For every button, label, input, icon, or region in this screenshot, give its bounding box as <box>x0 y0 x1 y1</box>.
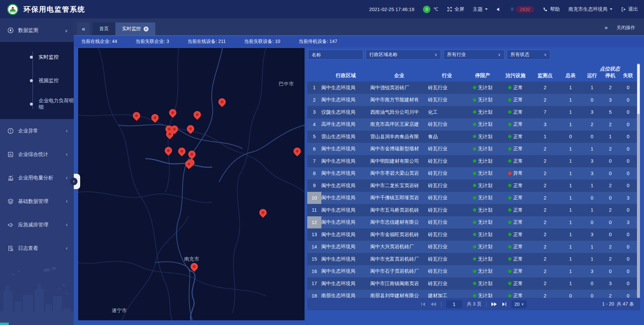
sidebar-item-log-view[interactable]: 日志查看 <box>0 236 74 260</box>
name-filter[interactable] <box>308 50 363 60</box>
table-row[interactable]: 17 阆中生态环境局 阆中市江南镇阆南页岩 砖瓦行业 无计划 正常 2 1 0 … <box>307 277 640 290</box>
first-page-button[interactable] <box>421 302 426 307</box>
next-page-button[interactable] <box>491 302 497 307</box>
status-filter-select[interactable]: 所有状态 <box>507 50 550 60</box>
table-row[interactable]: 13 阆中生态环境局 阆中市金福旺页岩机砖 砖瓦行业 无计划 正常 2 1 3 … <box>307 228 640 241</box>
horizontal-scrollbar-thumb[interactable] <box>0 323 9 325</box>
row-run-cell: 0 <box>583 134 601 139</box>
table-row[interactable]: 11 阆中生态环境局 阆中市五马桥页岩机砖 砖瓦行业 无计划 正常 2 1 1 … <box>307 204 640 216</box>
sidebar-item-emergency-reduction[interactable]: 应急减排管理 <box>0 213 74 236</box>
divider <box>441 302 441 307</box>
top-header: 环保用电监管系统 2021-02-25 17:46:18 0 ℃ 全屏 主题 2… <box>0 0 644 18</box>
map-canvas[interactable]: 巴中市南充市遂宁市 <box>78 48 305 320</box>
status-dot-icon <box>508 98 512 102</box>
sidebar-item-base-data[interactable]: 基础数据管理 <box>0 189 74 213</box>
gauge-drop-icon <box>7 27 14 34</box>
row-industry-cell: 砖瓦行业 <box>428 167 466 180</box>
col-group-point-status: 点位状态 运行 停机 失联 <box>583 64 637 82</box>
table-row[interactable]: 6 阆中生态环境局 阆中市金博瑞新型墙材 砖瓦行业 无计划 正常 2 1 1 2… <box>307 143 640 155</box>
row-facility-cell: 正常 <box>499 118 532 131</box>
row-run-cell: 3 <box>583 109 601 115</box>
sidebar-collapse-handle[interactable] <box>74 174 80 189</box>
status-dot-icon <box>508 110 512 114</box>
page-number-input[interactable] <box>446 300 462 308</box>
industry-filter-select[interactable]: 所有行业 <box>443 50 504 60</box>
row-facility-cell: 正常 <box>499 216 532 229</box>
table-row[interactable]: 9 阆中生态环境局 阆中市二龙长宝页岩砖 砖瓦行业 无计划 正常 2 1 1 2… <box>307 179 640 192</box>
row-region-cell: 阆中生态环境局 <box>321 265 370 278</box>
page-size-select[interactable]: 20 <box>512 300 527 308</box>
table-row[interactable]: 15 阆中生态环境局 阆中市光富页岩机砖厂 砖瓦行业 无计划 正常 2 1 1 … <box>307 253 640 265</box>
user-org-dropdown[interactable]: 南充市生态环境局 <box>569 6 612 12</box>
row-lost-cell: 0 <box>619 158 637 164</box>
table-row[interactable]: 7 阆中生态环境局 阆中明阳建材有限公司 砖瓦行业 无计划 正常 2 1 3 0… <box>307 155 640 167</box>
theme-dropdown[interactable]: 主题 <box>473 6 488 12</box>
tabs-scroll-left-button[interactable] <box>77 22 90 35</box>
status-dot-icon <box>508 294 512 297</box>
row-lost-cell: 3 <box>619 220 637 225</box>
table-row[interactable]: 8 阆中生态环境局 阆中市枣碧大梁山页岩 砖瓦行业 无计划 异常 2 1 3 0… <box>307 167 640 180</box>
status-dot-icon <box>508 172 512 175</box>
row-run-cell: 3 <box>583 171 601 176</box>
panel-bottom-filler <box>307 310 640 320</box>
sidebar-item-data-monitor[interactable]: 数据监测 <box>0 18 74 42</box>
tab-realtime-monitor[interactable]: 实时监控 <box>115 22 155 35</box>
table-scrollbar-thumb[interactable] <box>637 64 640 114</box>
row-stop-cell: 无计划 <box>466 216 499 229</box>
row-facility-cell: 异常 <box>499 167 532 180</box>
close-operations-button[interactable]: 关闭操作 <box>616 25 635 31</box>
row-number-cell: 15 <box>307 253 321 265</box>
tabs-scroll-right-button[interactable] <box>604 24 608 31</box>
tab-home[interactable]: 首页 <box>93 22 115 35</box>
row-facility-cell: 正常 <box>499 253 532 265</box>
sidebar-item-power-load-detail[interactable]: 企业电力负荷明细 <box>0 92 74 116</box>
table-row[interactable]: 2 阆中生态环境局 阆中市南方节能建材有 砖瓦行业 无计划 正常 2 1 0 3… <box>307 94 640 106</box>
sidebar-item-realtime-monitor[interactable]: 实时监控 <box>0 45 74 69</box>
help-button[interactable]: 帮助 <box>543 6 560 12</box>
chevron-down-icon <box>610 8 612 10</box>
sidebar-item-company-abnormal[interactable]: 企业异常 <box>0 119 74 143</box>
row-industry-cell: 砖瓦行业 <box>428 192 466 204</box>
row-stop-cell: 无计划 <box>466 106 499 118</box>
row-run-cell: 1 <box>583 85 601 90</box>
row-number-cell: 6 <box>307 143 321 155</box>
region-filter-select[interactable]: 行政区域名称 <box>366 50 441 60</box>
notifications[interactable]: 2632 <box>510 6 534 13</box>
row-stopped-cell: 2 <box>601 256 619 262</box>
close-icon[interactable] <box>144 26 149 32</box>
row-stopped-cell: 2 <box>601 207 619 213</box>
table-row[interactable]: 14 阆中生态环境局 阆中大兴页岩机砖厂 砖瓦行业 无计划 正常 2 1 1 2… <box>307 241 640 253</box>
table-row[interactable]: 5 营山生态环境局 营山县润丰肉食品有限 食品 无计划 正常 1 0 0 1 0 <box>307 130 640 143</box>
logout-button[interactable]: 退出 <box>621 6 638 12</box>
table-row[interactable]: 10 阆中生态环境局 阆中千佛镇五郎垭页岩 砖瓦行业 无计划 正常 2 1 0 … <box>307 192 640 204</box>
prev-page-button[interactable] <box>430 302 436 307</box>
table-scrollbar[interactable] <box>637 64 640 298</box>
sidebar-item-video-monitor[interactable]: 视频监控 <box>0 69 74 92</box>
row-number-cell: 10 <box>307 192 321 204</box>
speaker-mute-icon[interactable] <box>496 7 501 12</box>
row-point-status-cells: 2 2 0 <box>583 118 637 131</box>
table-row[interactable]: 4 高坪生态环境局 南充市高坪区王家店建 砖瓦行业 无计划 正常 3 1 2 2… <box>307 118 640 131</box>
row-region-cell: 南部生态环境局 <box>321 290 370 298</box>
chevron-left-icon <box>66 151 68 158</box>
row-facility-cell: 正常 <box>499 192 532 204</box>
table-row[interactable]: 12 阆中生态环境局 阆中市忠信建材有限公 砖瓦行业 无计划 正常 2 1 0 … <box>307 216 640 229</box>
col-group-title: 点位状态 <box>583 64 637 72</box>
app-title: 环保用电监管系统 <box>23 5 85 14</box>
row-stop-cell: 无计划 <box>466 204 499 216</box>
name-filter-input[interactable] <box>312 52 360 57</box>
row-number-cell: 12 <box>307 216 321 229</box>
notification-count-badge: 2632 <box>516 6 534 13</box>
sidebar-item-power-analysis[interactable]: 企业用电量分析 <box>0 166 74 189</box>
sidebar-item-company-statistics[interactable]: 企业综合统计 <box>0 143 74 166</box>
row-points-cell: 2 <box>532 192 558 204</box>
stat-item: 当前失联设备: 10 <box>244 39 280 45</box>
table-row[interactable]: 18 南部生态环境局 南部县刘华建材有限公 建材加工 无计划 正常 2 0 0 … <box>307 290 640 298</box>
fullscreen-button[interactable]: 全屏 <box>447 6 464 12</box>
chevron-left-icon <box>66 198 68 205</box>
table-row[interactable]: 16 阆中生态环境局 阆中市石子页岩机砖厂 砖瓦行业 无计划 正常 2 1 3 … <box>307 265 640 278</box>
row-facility-cell: 正常 <box>499 106 532 118</box>
last-page-button[interactable] <box>502 302 507 307</box>
table-row[interactable]: 3 仪陇生态环境局 西南油气田分公司川中 化工 无计划 正常 7 1 3 5 0 <box>307 106 640 118</box>
table-row[interactable]: 1 阆中生态环境局 阆中强锐页岩砖厂 砖瓦行业 无计划 正常 2 1 1 2 0 <box>307 82 640 94</box>
